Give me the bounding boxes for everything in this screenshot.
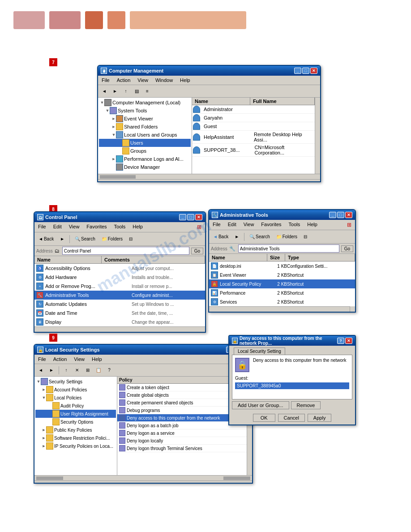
- cp-row-auto-updates[interactable]: ↻ Automatic Updates Set up Windows to ..…: [34, 300, 205, 309]
- forward-btn[interactable]: ►: [111, 87, 120, 96]
- minimize-button[interactable]: _: [179, 214, 186, 220]
- close-button[interactable]: ✕: [345, 338, 352, 344]
- menu-file[interactable]: File: [211, 221, 223, 229]
- minimize-button[interactable]: _: [329, 212, 336, 218]
- lss-hscrollbar[interactable]: [34, 475, 252, 481]
- tree-item-system-tools[interactable]: ▼ System Tools: [99, 107, 191, 115]
- scrollbar[interactable]: [315, 98, 320, 174]
- menu-view[interactable]: View: [242, 221, 256, 229]
- at-row-local-security[interactable]: 🔒 Local Security Policy 2 KB Shortcut: [209, 279, 355, 288]
- cp-hscrollbar[interactable]: [34, 326, 205, 332]
- folders-btn[interactable]: 📁 Folders: [99, 235, 125, 243]
- close-button[interactable]: ✕: [195, 214, 202, 220]
- cp-row-admin-tools[interactable]: 🔧 Administrative Tools Configure adminis…: [34, 291, 205, 300]
- user-row-guest[interactable]: Guest: [192, 122, 315, 131]
- policy-row-0[interactable]: Create a token object: [117, 384, 247, 391]
- forward-btn[interactable]: ►: [47, 366, 56, 375]
- hscroll-left-thumb[interactable]: [36, 476, 63, 480]
- col-size[interactable]: Size: [267, 254, 285, 261]
- close-button[interactable]: ✕: [310, 68, 317, 74]
- user-row-helpassistant[interactable]: HelpAssistant Remote Desktop Help Assi..…: [192, 131, 315, 144]
- menu-action[interactable]: Action: [115, 77, 133, 84]
- close-button[interactable]: ✕: [345, 212, 352, 218]
- back-btn[interactable]: ◄: [36, 366, 45, 375]
- hscroll-thumb[interactable]: [100, 175, 136, 179]
- address-input[interactable]: [62, 247, 189, 255]
- minimize-button[interactable]: _: [294, 68, 301, 74]
- menu-favorites[interactable]: Favorites: [259, 221, 283, 229]
- cancel-button[interactable]: Cancel: [278, 414, 305, 422]
- policy-row-6[interactable]: Deny logon as a service: [117, 429, 247, 437]
- titlebar-buttons[interactable]: _ □ ✕: [179, 214, 202, 220]
- policy-row-deny-network[interactable]: Deny access to this computer from the ne…: [117, 414, 247, 422]
- go-button[interactable]: Go: [191, 248, 203, 254]
- hscrollbar[interactable]: [98, 174, 320, 179]
- at-row-services[interactable]: ⚙ Services 2 KB Shortcut: [209, 297, 355, 306]
- menu-action[interactable]: Action: [51, 356, 69, 363]
- titlebar-buttons[interactable]: _ □ ✕: [294, 68, 317, 74]
- cp-row-accessibility[interactable]: ♿ Accessibility Options Adjust your comp…: [34, 264, 205, 273]
- at-row-desktop[interactable]: 📄 desktop.ini 1 KB Configuration Setti..…: [209, 262, 355, 270]
- help-btn[interactable]: ?: [337, 338, 344, 344]
- tree-item-event-viewer[interactable]: ► Event Viewer: [99, 115, 191, 123]
- menu-tools[interactable]: Tools: [287, 221, 302, 229]
- tree-item-user-rights[interactable]: User Rights Assignment: [35, 410, 116, 418]
- up-btn[interactable]: ↑: [62, 366, 71, 375]
- export-btn[interactable]: 📋: [94, 366, 103, 375]
- col-name[interactable]: Name: [34, 256, 102, 263]
- menu-file[interactable]: File: [36, 356, 48, 363]
- list-btn[interactable]: ≡: [143, 87, 152, 96]
- policy-row-2[interactable]: Create permanent shared objects: [117, 399, 247, 407]
- menu-help[interactable]: Help: [131, 223, 145, 231]
- maximize-button[interactable]: □: [187, 214, 194, 220]
- menu-edit[interactable]: Edit: [51, 223, 64, 231]
- cp-row-datetime[interactable]: 📅 Date and Time Set the date, time, ...: [34, 309, 205, 317]
- menu-view[interactable]: View: [136, 77, 150, 84]
- help-btn[interactable]: ?: [105, 366, 114, 375]
- col-comments[interactable]: Comments: [102, 256, 205, 263]
- menu-tools[interactable]: Tools: [112, 223, 128, 231]
- folders-btn[interactable]: 📁 Folders: [274, 233, 300, 240]
- at-hscrollbar[interactable]: [209, 306, 350, 312]
- at-row-performance[interactable]: 📊 Performance 2 KB Shortcut: [209, 288, 355, 297]
- tree-item-audit-policy[interactable]: Audit Policy: [35, 402, 116, 410]
- tree-item-local-policies[interactable]: ▼ Local Policies: [35, 394, 116, 402]
- menu-file[interactable]: File: [36, 223, 48, 231]
- remove-button[interactable]: Remove: [291, 401, 321, 409]
- tree-item-public-key[interactable]: ► Public Key Policies: [35, 426, 116, 434]
- menu-help[interactable]: Help: [178, 77, 192, 84]
- up-btn[interactable]: ↑: [121, 87, 130, 96]
- user-row-administrator[interactable]: Administrator: [192, 105, 315, 114]
- cp-row-display[interactable]: 🖥 Display Change the appear...: [34, 317, 205, 326]
- menu-help[interactable]: Help: [90, 356, 104, 363]
- back-btn[interactable]: ◄ Back: [36, 235, 56, 243]
- tree-item-users[interactable]: Users: [99, 139, 191, 147]
- ok-button[interactable]: OK: [253, 414, 275, 422]
- menu-help[interactable]: Help: [305, 221, 319, 229]
- back-btn[interactable]: ◄ Back: [211, 233, 231, 240]
- at-go-button[interactable]: Go: [341, 245, 353, 252]
- tree-item-security-settings[interactable]: ▼ Security Settings: [35, 378, 116, 386]
- tree-item-performance-logs[interactable]: ► Performance Logs and Al...: [99, 155, 191, 163]
- col-name[interactable]: Name: [209, 254, 267, 261]
- at-vscrollbar[interactable]: [350, 306, 355, 312]
- policy-row-7[interactable]: Deny logon locally: [117, 437, 247, 445]
- tree-item-shared-folders[interactable]: ► Shared Folders: [99, 123, 191, 131]
- tree-item-ip-security[interactable]: ► IP Security Policies on Loca...: [35, 442, 116, 450]
- menu-file[interactable]: File: [100, 77, 111, 84]
- view-btn[interactable]: ⊟: [301, 233, 309, 240]
- col-name[interactable]: Name: [192, 98, 250, 105]
- cp-row-add-remove[interactable]: + Add or Remove Prog... Install or remov…: [34, 282, 205, 291]
- delete-btn[interactable]: ✕: [73, 366, 81, 375]
- menu-view[interactable]: View: [67, 223, 81, 231]
- forward-btn[interactable]: ►: [58, 235, 67, 243]
- maximize-button[interactable]: □: [337, 212, 344, 218]
- at-row-event-viewer[interactable]: 📋 Event Viewer 2 KB Shortcut: [209, 270, 355, 279]
- at-address-input[interactable]: [238, 245, 339, 253]
- tree-item-account-policies[interactable]: ► Account Policies: [35, 386, 116, 394]
- user-row-support[interactable]: SUPPORT_38... CN=Microsoft Corporation..…: [192, 144, 315, 157]
- search-btn[interactable]: 🔍 Search: [73, 235, 98, 243]
- add-user-button[interactable]: Add User or Group...: [232, 401, 289, 409]
- tree-item-device-manager[interactable]: Device Manager: [99, 163, 191, 171]
- back-btn[interactable]: ◄: [100, 87, 109, 96]
